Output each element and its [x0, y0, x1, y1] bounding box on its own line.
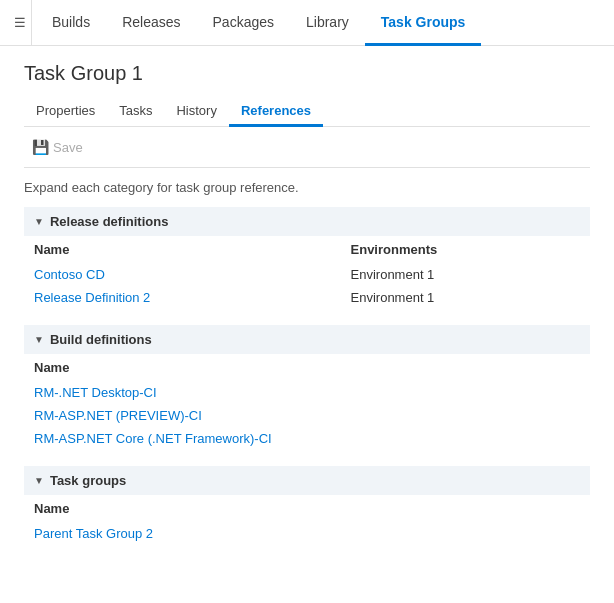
row-link[interactable]: Release Definition 2	[34, 290, 150, 305]
main-content: Task Group 1 PropertiesTasksHistoryRefer…	[0, 46, 614, 577]
tab-tasks[interactable]: Tasks	[107, 97, 164, 127]
row-link[interactable]: Parent Task Group 2	[34, 526, 153, 541]
table-row: Contoso CDEnvironment 1	[24, 263, 590, 286]
section-title: Build definitions	[50, 332, 152, 347]
chevron-down-icon: ▼	[34, 475, 44, 486]
chevron-down-icon: ▼	[34, 216, 44, 227]
table-row: Release Definition 2Environment 1	[24, 286, 590, 309]
row-name: RM-.NET Desktop-CI	[24, 381, 590, 404]
nav-item-task-groups[interactable]: Task Groups	[365, 0, 482, 46]
save-label: Save	[53, 140, 83, 155]
top-nav: ☰ BuildsReleasesPackagesLibraryTask Grou…	[0, 0, 614, 46]
save-button[interactable]: 💾 Save	[24, 135, 91, 159]
section-table-release-definitions: NameEnvironmentsContoso CDEnvironment 1R…	[24, 236, 590, 309]
table-row: RM-ASP.NET (PREVIEW)-CI	[24, 404, 590, 427]
row-environment: Environment 1	[271, 263, 590, 286]
save-icon: 💾	[32, 139, 49, 155]
col-header-name: Name	[24, 354, 590, 381]
tab-bar: PropertiesTasksHistoryReferences	[24, 97, 590, 127]
chevron-down-icon: ▼	[34, 334, 44, 345]
toolbar: 💾 Save	[24, 127, 590, 168]
row-name: RM-ASP.NET (PREVIEW)-CI	[24, 404, 590, 427]
col-header-environments: Environments	[271, 236, 590, 263]
row-name: Release Definition 2	[24, 286, 271, 309]
nav-item-library[interactable]: Library	[290, 0, 365, 46]
row-name: Parent Task Group 2	[24, 522, 590, 545]
section-title: Task groups	[50, 473, 126, 488]
nav-item-packages[interactable]: Packages	[197, 0, 290, 46]
row-link[interactable]: RM-.NET Desktop-CI	[34, 385, 157, 400]
table-row: RM-.NET Desktop-CI	[24, 381, 590, 404]
section-title: Release definitions	[50, 214, 168, 229]
section-table-build-definitions: NameRM-.NET Desktop-CIRM-ASP.NET (PREVIE…	[24, 354, 590, 450]
row-name: Contoso CD	[24, 263, 271, 286]
col-header-name: Name	[24, 236, 271, 263]
section-task-groups: ▼Task groupsNameParent Task Group 2	[24, 466, 590, 545]
row-link[interactable]: Contoso CD	[34, 267, 105, 282]
row-link[interactable]: RM-ASP.NET Core (.NET Framework)-CI	[34, 431, 272, 446]
tab-history[interactable]: History	[164, 97, 228, 127]
sections-container: ▼Release definitionsNameEnvironmentsCont…	[24, 207, 590, 545]
table-row: RM-ASP.NET Core (.NET Framework)-CI	[24, 427, 590, 450]
row-name: RM-ASP.NET Core (.NET Framework)-CI	[24, 427, 590, 450]
sidebar-toggle-button[interactable]: ☰	[8, 0, 32, 46]
section-header-build-definitions[interactable]: ▼Build definitions	[24, 325, 590, 354]
section-header-task-groups[interactable]: ▼Task groups	[24, 466, 590, 495]
row-environment: Environment 1	[271, 286, 590, 309]
tab-properties[interactable]: Properties	[24, 97, 107, 127]
col-header-name: Name	[24, 495, 590, 522]
section-table-task-groups: NameParent Task Group 2	[24, 495, 590, 545]
page-title: Task Group 1	[24, 62, 590, 85]
row-link[interactable]: RM-ASP.NET (PREVIEW)-CI	[34, 408, 202, 423]
section-header-release-definitions[interactable]: ▼Release definitions	[24, 207, 590, 236]
table-row: Parent Task Group 2	[24, 522, 590, 545]
section-release-definitions: ▼Release definitionsNameEnvironmentsCont…	[24, 207, 590, 309]
nav-item-builds[interactable]: Builds	[36, 0, 106, 46]
tab-references[interactable]: References	[229, 97, 323, 127]
section-build-definitions: ▼Build definitionsNameRM-.NET Desktop-CI…	[24, 325, 590, 450]
nav-item-releases[interactable]: Releases	[106, 0, 196, 46]
info-text: Expand each category for task group refe…	[24, 180, 590, 195]
